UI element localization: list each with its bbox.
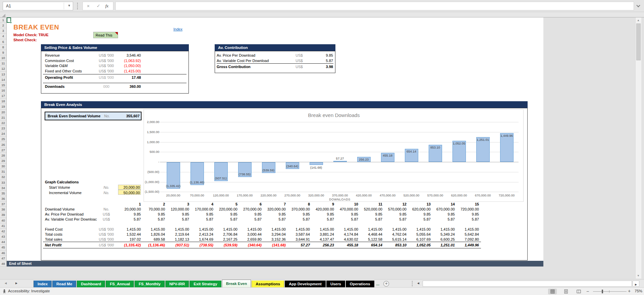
row-header-39[interactable]: 39	[0, 212, 6, 218]
calc-cell: (141.68)	[262, 243, 286, 248]
row-header-17[interactable]: 17	[0, 93, 6, 99]
row-header-44[interactable]: 44	[0, 239, 6, 245]
row-header-42[interactable]: 42	[0, 229, 6, 234]
accessibility-status[interactable]: Accessibility: Investigate	[8, 289, 50, 293]
zoom-level[interactable]: 75%	[635, 289, 642, 293]
cancel-icon[interactable]: ×	[87, 3, 90, 9]
graph-calc-input[interactable]: 50,000.00	[118, 190, 141, 195]
scroll-down-icon[interactable]: ▼	[637, 274, 640, 277]
row-header-15[interactable]: 15	[0, 82, 6, 88]
row-header-36[interactable]: 36	[0, 196, 6, 201]
row-header-38[interactable]: 38	[0, 207, 6, 212]
fill-handle[interactable]	[10, 22, 12, 23]
sheet-tab-read-me[interactable]: Read Me	[52, 281, 76, 288]
vertical-scrollbar[interactable]: ▲ ▼	[635, 17, 641, 279]
row-header-46[interactable]: 46	[0, 250, 6, 256]
row-header-8[interactable]: 8	[0, 45, 6, 50]
sheet-tab-npv-irr[interactable]: NPV-IRR	[165, 281, 189, 288]
row-header-10[interactable]: 10	[0, 55, 6, 61]
vertical-scroll-thumb[interactable]	[636, 23, 641, 60]
row-header-9[interactable]: 9	[0, 50, 6, 55]
row-header-4[interactable]: 4	[0, 34, 6, 39]
sheet-tab-index[interactable]: Index	[34, 281, 52, 288]
row-header-47[interactable]: 47	[0, 256, 6, 261]
sheet-tab-break-even[interactable]: Break Even	[222, 280, 251, 288]
read-this-cell[interactable]: Read This	[93, 32, 118, 38]
enter-icon[interactable]: ✓	[97, 3, 100, 8]
zoom-out-icon[interactable]: −	[586, 289, 589, 294]
index-link[interactable]: Index	[173, 27, 182, 32]
row-header-32[interactable]: 32	[0, 174, 6, 180]
row-header-14[interactable]: 14	[0, 77, 6, 82]
row-header-45[interactable]: 45	[0, 245, 6, 250]
select-all-icon[interactable]	[2, 14, 5, 17]
sheet-tab-assumptions[interactable]: Assumptions	[252, 281, 284, 288]
scroll-right-button[interactable]: ►	[633, 281, 639, 287]
row-header-29[interactable]: 29	[0, 158, 6, 164]
sheet-tab-users[interactable]: Users	[326, 281, 345, 288]
scroll-left-icon[interactable]: ◄	[417, 281, 420, 285]
row-header-33[interactable]: 33	[0, 180, 6, 185]
normal-view-button[interactable]	[548, 289, 557, 294]
formula-bar-handle[interactable]	[77, 3, 78, 9]
row-header-18[interactable]: 18	[0, 99, 6, 104]
row-header-27[interactable]: 27	[0, 148, 6, 153]
row-header-37[interactable]: 37	[0, 201, 6, 207]
sheet-tab-operations[interactable]: Operations	[346, 281, 374, 288]
row-header-22[interactable]: 22	[0, 120, 6, 126]
selling-row-label: Variable O&M	[45, 63, 68, 68]
horizontal-scrollbar[interactable]	[423, 281, 632, 287]
row-header-21[interactable]: 21	[0, 115, 6, 120]
break-even-volume-value: 355,607	[109, 114, 140, 119]
collapse-formula-bar-icon[interactable]	[636, 3, 640, 7]
zoom-in-icon[interactable]: +	[628, 288, 631, 294]
page-break-view-button[interactable]	[574, 289, 583, 294]
formula-input[interactable]	[115, 2, 634, 10]
sheet-tab-fs-annual[interactable]: FS_Annual	[106, 281, 134, 288]
insert-function-icon[interactable]: fx	[105, 3, 108, 9]
sheet-tab-exit-strategy[interactable]: Exit Strategy	[190, 281, 221, 288]
sheet-tab-app-development[interactable]: App Development	[285, 281, 326, 288]
tab-nav-left-icon[interactable]: ◄	[4, 281, 7, 285]
name-box[interactable]: A1 ▾	[3, 2, 73, 10]
name-box-dropdown-icon[interactable]: ▾	[68, 3, 70, 8]
row-header-11[interactable]: 11	[0, 61, 6, 66]
graph-calc-input[interactable]: 20,000.00	[118, 185, 141, 190]
row-header-25[interactable]: 25	[0, 136, 6, 142]
row-header-1[interactable]: 1	[0, 17, 6, 23]
calc-col-number: 8	[286, 202, 310, 207]
tab-overflow-icon[interactable]: ...	[375, 281, 381, 288]
row-header-3[interactable]: 3	[0, 28, 6, 34]
sheet-tab-dashboard[interactable]: Dashboard	[77, 281, 105, 288]
row-header-34[interactable]: 34	[0, 185, 6, 191]
calc-cell: 9.85	[431, 212, 455, 217]
row-header-40[interactable]: 40	[0, 218, 6, 223]
add-sheet-button[interactable]: +	[383, 281, 389, 287]
selling-row-value: (1,063.92)	[111, 58, 141, 63]
page-layout-view-button[interactable]	[561, 289, 570, 294]
row-header-43[interactable]: 43	[0, 234, 6, 239]
row-header-48[interactable]: 48	[0, 261, 6, 267]
row-header-6[interactable]: 6	[0, 39, 6, 45]
row-header-12[interactable]: 12	[0, 66, 6, 71]
row-header-20[interactable]: 20	[0, 110, 6, 115]
row-header-13[interactable]: 13	[0, 72, 6, 77]
row-header-16[interactable]: 16	[0, 88, 6, 93]
row-header-23[interactable]: 23	[0, 126, 6, 131]
row-header-41[interactable]: 41	[0, 223, 6, 229]
row-header-26[interactable]: 26	[0, 142, 6, 148]
calc-cell: (738.55)	[190, 243, 213, 248]
row-header-24[interactable]: 24	[0, 131, 6, 136]
row-header-2[interactable]: 2	[0, 23, 6, 28]
scroll-up-icon[interactable]: ▲	[637, 19, 640, 22]
row-header-28[interactable]: 28	[0, 153, 6, 158]
row-header-35[interactable]: 35	[0, 191, 6, 196]
row-header-19[interactable]: 19	[0, 104, 6, 109]
calc-cell: 9.85	[262, 212, 286, 217]
tab-nav-right-icon[interactable]: ►	[15, 281, 18, 285]
zoom-slider-track[interactable]	[593, 291, 627, 292]
row-header-31[interactable]: 31	[0, 169, 6, 174]
sheet-tab-fs-monthly[interactable]: FS_Monthly	[135, 281, 164, 288]
zoom-slider-thumb[interactable]	[602, 290, 603, 293]
row-header-30[interactable]: 30	[0, 164, 6, 169]
